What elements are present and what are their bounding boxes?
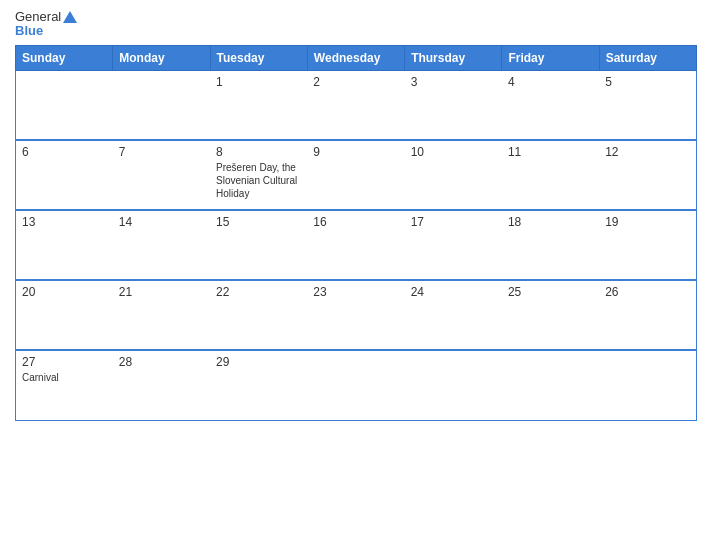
calendar-day-cell: 10 [405,140,502,210]
day-number: 29 [216,355,301,369]
logo-blue: Blue [15,24,43,38]
calendar-day-cell [502,350,599,420]
calendar-day-cell: 3 [405,70,502,140]
calendar-day-cell [405,350,502,420]
weekday-header-tuesday: Tuesday [210,45,307,70]
day-number: 20 [22,285,107,299]
weekday-header-row: SundayMondayTuesdayWednesdayThursdayFrid… [16,45,697,70]
weekday-header-monday: Monday [113,45,210,70]
logo: General Blue [15,10,77,39]
weekday-header-thursday: Thursday [405,45,502,70]
calendar-day-cell: 6 [16,140,113,210]
day-number: 26 [605,285,690,299]
calendar-day-cell: 12 [599,140,696,210]
logo-triangle-icon [63,11,77,23]
calendar-day-cell: 16 [307,210,404,280]
calendar-day-cell: 28 [113,350,210,420]
day-number: 1 [216,75,301,89]
calendar-day-cell: 27Carnival [16,350,113,420]
day-number: 22 [216,285,301,299]
day-number: 28 [119,355,204,369]
calendar-day-cell: 22 [210,280,307,350]
event-label: Prešeren Day, the Slovenian Cultural Hol… [216,161,301,200]
calendar-day-cell: 9 [307,140,404,210]
calendar-day-cell: 7 [113,140,210,210]
day-number: 13 [22,215,107,229]
day-number: 19 [605,215,690,229]
weekday-header-sunday: Sunday [16,45,113,70]
calendar-day-cell: 18 [502,210,599,280]
day-number: 21 [119,285,204,299]
day-number: 17 [411,215,496,229]
day-number: 5 [605,75,690,89]
day-number: 7 [119,145,204,159]
weekday-header-saturday: Saturday [599,45,696,70]
calendar-day-cell: 17 [405,210,502,280]
calendar-day-cell: 5 [599,70,696,140]
calendar-day-cell: 26 [599,280,696,350]
page-container: General Blue SundayMondayTuesdayWednesda… [0,0,712,550]
calendar-day-cell: 2 [307,70,404,140]
day-number: 9 [313,145,398,159]
calendar-week-row: 13141516171819 [16,210,697,280]
calendar-day-cell: 4 [502,70,599,140]
calendar-day-cell: 29 [210,350,307,420]
calendar-day-cell: 20 [16,280,113,350]
weekday-header-wednesday: Wednesday [307,45,404,70]
calendar-day-cell: 13 [16,210,113,280]
day-number: 3 [411,75,496,89]
calendar-day-cell [307,350,404,420]
day-number: 15 [216,215,301,229]
calendar-day-cell: 19 [599,210,696,280]
day-number: 24 [411,285,496,299]
calendar-day-cell: 1 [210,70,307,140]
day-number: 6 [22,145,107,159]
calendar-day-cell: 15 [210,210,307,280]
logo-general: General [15,10,61,24]
calendar-day-cell: 8Prešeren Day, the Slovenian Cultural Ho… [210,140,307,210]
day-number: 14 [119,215,204,229]
calendar-day-cell: 11 [502,140,599,210]
calendar-day-cell [599,350,696,420]
day-number: 16 [313,215,398,229]
calendar-week-row: 12345 [16,70,697,140]
day-number: 2 [313,75,398,89]
calendar-week-row: 678Prešeren Day, the Slovenian Cultural … [16,140,697,210]
day-number: 4 [508,75,593,89]
day-number: 8 [216,145,301,159]
day-number: 18 [508,215,593,229]
calendar-day-cell [16,70,113,140]
calendar-header: General Blue [15,10,697,39]
day-number: 11 [508,145,593,159]
event-label: Carnival [22,371,107,384]
calendar-week-row: 27Carnival2829 [16,350,697,420]
day-number: 23 [313,285,398,299]
calendar-day-cell: 25 [502,280,599,350]
calendar-week-row: 20212223242526 [16,280,697,350]
day-number: 10 [411,145,496,159]
day-number: 27 [22,355,107,369]
weekday-header-friday: Friday [502,45,599,70]
calendar-day-cell: 24 [405,280,502,350]
day-number: 25 [508,285,593,299]
calendar-table: SundayMondayTuesdayWednesdayThursdayFrid… [15,45,697,421]
calendar-day-cell: 21 [113,280,210,350]
day-number: 12 [605,145,690,159]
calendar-day-cell: 23 [307,280,404,350]
calendar-day-cell [113,70,210,140]
calendar-day-cell: 14 [113,210,210,280]
